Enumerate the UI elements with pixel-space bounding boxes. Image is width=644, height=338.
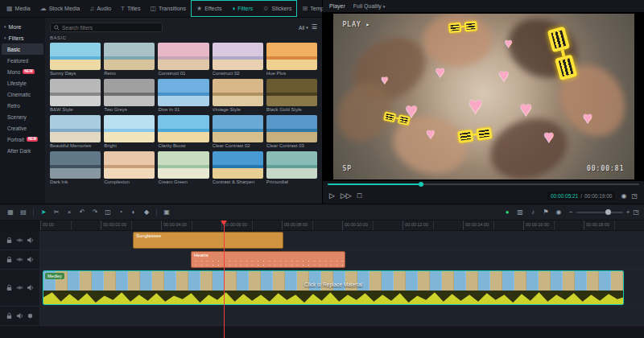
filter-sunny-days[interactable]: Sunny Days [50, 43, 101, 76]
fast-forward-button[interactable]: ▷▷ [341, 192, 352, 200]
filter-primordial[interactable]: Primordial [266, 151, 317, 184]
zoom-out-icon[interactable]: − [569, 208, 573, 216]
sidebar-item-mono[interactable]: Mono NEW [0, 66, 45, 77]
tab-media[interactable]: ▦ Media [2, 0, 35, 17]
mute-icon[interactable] [27, 284, 34, 291]
filter-two-greys[interactable]: Two Greys [104, 79, 155, 112]
sidebar-item-basic[interactable]: Basic [2, 43, 43, 55]
tab-stickers[interactable]: ☺ Stickers [258, 0, 297, 17]
search-input[interactable] [62, 25, 159, 31]
marker-icon[interactable]: ⚑ [540, 207, 551, 218]
lane-video-1[interactable]: Medley Click to Replace Material [40, 270, 644, 306]
timeline-ruler[interactable]: 00:0000:00:02:0000:00:04:0000:00:06:0000… [40, 221, 644, 231]
lane-audio-1[interactable] [40, 307, 644, 325]
media-bin-icon[interactable]: ▦ [5, 207, 16, 218]
filter-complexion[interactable]: Complexion [104, 151, 155, 184]
view-options-icon[interactable]: ☰ [312, 24, 317, 31]
filter-dark-ink[interactable]: Dark Ink [50, 151, 101, 184]
snapshot-icon[interactable]: ◉ [553, 207, 564, 218]
record-enable-icon[interactable] [27, 312, 34, 319]
filter-construct-02[interactable]: Construct 02 [213, 43, 263, 76]
mute-icon[interactable] [27, 256, 34, 263]
mask-tool-icon[interactable]: ▣ [161, 207, 172, 218]
split-tool-icon[interactable]: ✂ [51, 207, 62, 218]
zoom-slider[interactable] [576, 212, 623, 213]
tab-transitions[interactable]: ◫ Transitions [145, 0, 191, 17]
sidebar-item-creative[interactable]: Creative [0, 122, 45, 134]
filter-clear-contrast-02[interactable]: Clear Contrast 02 [213, 115, 263, 148]
eye-icon[interactable] [16, 256, 23, 263]
tab-filters[interactable]: ◑ Filters [226, 0, 258, 17]
mute-icon[interactable] [16, 312, 23, 319]
sidebar-item-after-dark[interactable]: After Dark [0, 145, 45, 156]
playhead[interactable] [224, 221, 225, 338]
sidebar-header-more[interactable]: ▾ More [0, 21, 45, 32]
tab-effects[interactable]: ★ Effects [191, 0, 226, 17]
sidebar-item-lifestyle[interactable]: Lifestyle [0, 77, 45, 89]
voiceover-icon[interactable]: ♪ [527, 207, 539, 218]
seek-knob[interactable] [419, 182, 423, 187]
filter-all-dropdown[interactable]: All ▾ [299, 25, 308, 31]
filter-bw-style[interactable]: B&W Style [50, 79, 101, 112]
clip-hearts[interactable]: Hearts [191, 251, 345, 268]
seek-track[interactable] [328, 183, 639, 185]
filter-contrast-sharpen[interactable]: Contrast & Sharpen [213, 151, 263, 184]
lock-icon[interactable] [6, 256, 13, 263]
undo-icon[interactable]: ↶ [76, 207, 88, 218]
play-button[interactable]: ▷ [329, 192, 335, 200]
filter-dive-in-01[interactable]: Dive In 01 [158, 79, 208, 112]
filter-construct-01[interactable]: Construct 01 [158, 43, 208, 76]
snapshot-icon[interactable]: ◉ [621, 192, 626, 200]
clip-sunglasses[interactable]: Sunglasses [133, 232, 283, 249]
filter-thumbnail [158, 115, 208, 142]
delete-tool-icon[interactable]: × [64, 207, 75, 218]
filter-retro[interactable]: Retro [104, 43, 155, 76]
pointer-tool-icon[interactable]: ➤ [38, 207, 49, 218]
zoom-fit-icon[interactable]: ◳ [633, 208, 639, 216]
heart-sticker: ♥ [436, 64, 445, 80]
panel-toggle-icon[interactable]: ▤ [18, 207, 29, 218]
eye-icon[interactable] [16, 237, 23, 244]
sidebar-item-portrait[interactable]: Portrait NEW [0, 134, 45, 145]
tab-stock-media[interactable]: ☁ Stock Media [35, 0, 85, 17]
filter-vintage-style[interactable]: Vintage Style [213, 79, 263, 112]
lock-icon[interactable] [6, 284, 13, 291]
redo-icon[interactable]: ↷ [89, 207, 101, 218]
seek-bar[interactable] [323, 181, 644, 188]
zoom-in-icon[interactable]: + [626, 208, 630, 216]
lock-icon[interactable] [6, 312, 13, 319]
sidebar-item-scenery[interactable]: Scenery [0, 111, 45, 122]
keyframe-tool-icon[interactable]: ◆ [141, 207, 152, 218]
sidebar-item-featured[interactable]: Featured [0, 55, 45, 66]
sidebar-item-retro[interactable]: Retro [0, 100, 45, 111]
seek-fill [328, 183, 421, 185]
color-tool-icon[interactable]: ◐ [128, 207, 139, 218]
sidebar-item-cinematic[interactable]: Cinematic [0, 89, 45, 100]
record-icon[interactable]: ● [502, 207, 513, 218]
fullscreen-icon[interactable]: ◳ [631, 192, 638, 200]
clip-main-video[interactable]: Medley Click to Replace Material [43, 270, 624, 305]
crop-tool-icon[interactable]: ◫ [102, 207, 114, 218]
quality-dropdown[interactable]: Full Quality ▾ [353, 3, 386, 9]
stop-button[interactable]: □ [357, 192, 361, 200]
tab-titles[interactable]: T Titles [116, 0, 145, 17]
filter-cream-green[interactable]: Cream Green [158, 151, 208, 184]
eye-icon[interactable] [16, 284, 23, 291]
search-box[interactable] [50, 23, 163, 32]
tab-audio[interactable]: ♫ Audio [85, 0, 116, 17]
speed-tool-icon[interactable]: ◔ [115, 207, 126, 218]
chevron-down-icon: ▾ [306, 25, 308, 30]
zoom-slider-knob[interactable] [605, 209, 611, 215]
mixer-icon[interactable]: ▥ [514, 207, 526, 218]
filter-clear-contrast-03[interactable]: Clear Contrast 03 [266, 115, 317, 148]
filter-clarity-boost[interactable]: Clarity Boost [158, 115, 208, 148]
filter-black-gold-style[interactable]: Black Gold Style [266, 79, 317, 112]
lock-icon[interactable] [6, 237, 13, 244]
lane-video-3[interactable]: Sunglasses [40, 231, 644, 249]
lane-video-2[interactable]: Hearts [40, 250, 644, 269]
mute-icon[interactable] [27, 237, 34, 244]
filter-bright[interactable]: Bright [104, 115, 155, 148]
filter-beautiful-memories[interactable]: Beautiful Memories [50, 115, 101, 148]
filter-hue-plus[interactable]: Hue Plus [266, 43, 317, 76]
sidebar-header-filters[interactable]: ▾ Filters [0, 32, 45, 43]
